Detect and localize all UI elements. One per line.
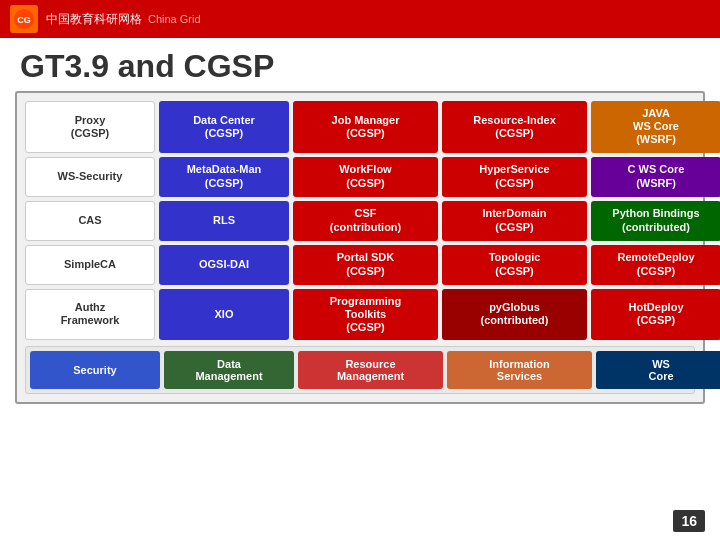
cell-cas: CAS	[25, 201, 155, 241]
footer-security: Security	[30, 351, 160, 389]
cell-rls: RLS	[159, 201, 289, 241]
cell-xio: XIO	[159, 289, 289, 341]
page-title: GT3.9 and CGSP	[0, 38, 720, 91]
cell-simpleca: SimpleCA	[25, 245, 155, 285]
cell-interdomain: InterDomain (CGSP)	[442, 201, 587, 241]
cell-python-bindings: Python Bindings (contributed)	[591, 201, 720, 241]
cell-proxy: Proxy (CGSP)	[25, 101, 155, 153]
cell-ogsi-dai: OGSI-DAI	[159, 245, 289, 285]
svg-text:CG: CG	[17, 15, 31, 25]
cell-javawscore: JAVA WS Core (WSRF)	[591, 101, 720, 153]
logo-chinese: 中国教育科研网格	[46, 11, 142, 28]
cell-datacenter: Data Center (CGSP)	[159, 101, 289, 153]
cell-remotedeploy: RemoteDeploy (CGSP)	[591, 245, 720, 285]
cell-hotdeploy: HotDeploy (CGSP)	[591, 289, 720, 341]
footer-resource-management: Resource Management	[298, 351, 443, 389]
cell-hyperservice: HyperService (CGSP)	[442, 157, 587, 197]
logo-sub: China Grid	[148, 13, 201, 25]
cell-resourceindex: Resource-Index (CGSP)	[442, 101, 587, 153]
cell-topologic: Topologic (CGSP)	[442, 245, 587, 285]
grid-area: Proxy (CGSP) Data Center (CGSP) Job Mana…	[25, 101, 695, 340]
cell-authz-framework: Authz Framework	[25, 289, 155, 341]
cell-wssecurity: WS-Security	[25, 157, 155, 197]
cell-csf: CSF (contribution)	[293, 201, 438, 241]
footer-row: Security Data Management Resource Manage…	[25, 346, 695, 394]
cell-jobmanager: Job Manager (CGSP)	[293, 101, 438, 153]
footer-data-management: Data Management	[164, 351, 294, 389]
cell-metadata-man: MetaData-Man (CGSP)	[159, 157, 289, 197]
outer-box: Proxy (CGSP) Data Center (CGSP) Job Mana…	[15, 91, 705, 404]
logo-icon: CG	[10, 5, 38, 33]
main-container: Proxy (CGSP) Data Center (CGSP) Job Mana…	[0, 91, 720, 409]
cell-programming-toolkits: Programming Toolkits (CGSP)	[293, 289, 438, 341]
header-bar: CG 中国教育科研网格 China Grid	[0, 0, 720, 38]
logo-text: 中国教育科研网格 China Grid	[46, 11, 201, 28]
cell-workflow: WorkFlow (CGSP)	[293, 157, 438, 197]
footer-ws-core: WS Core	[596, 351, 720, 389]
cell-portal-sdk: Portal SDK (CGSP)	[293, 245, 438, 285]
page-number: 16	[673, 510, 705, 532]
footer-information-services: Information Services	[447, 351, 592, 389]
cell-pyglobus: pyGlobus (contributed)	[442, 289, 587, 341]
cell-cwscore: C WS Core (WSRF)	[591, 157, 720, 197]
